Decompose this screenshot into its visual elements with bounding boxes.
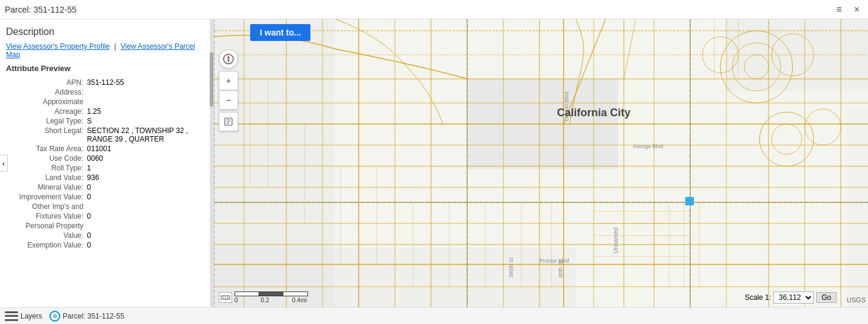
scale-bar-area: 0 0.2 0.4mi (219, 291, 308, 304)
attr-label: Other Imp's and (6, 202, 86, 211)
scale-bar: 0 0.2 0.4mi (234, 291, 308, 304)
attribute-row: Roll Type:1 (6, 163, 207, 173)
description-title: Description (6, 26, 207, 37)
svg-text:Proctor Blvd: Proctor Blvd (539, 258, 569, 264)
attr-value (86, 221, 207, 231)
i-want-to-button[interactable]: I want to... (250, 24, 310, 41)
parcel-title: Parcel: 351-112-55 (5, 5, 828, 14)
attribute-row: Short Legal:SECTION 22 , TOWNSHIP 32 ,RA… (6, 126, 207, 144)
attr-label: Exemption Value: (6, 240, 86, 250)
attr-value: 0 (86, 211, 207, 221)
parcel-search-icon: ⊕ (49, 311, 60, 322)
scroll-track (210, 19, 213, 307)
zoom-in-button[interactable]: + (219, 71, 238, 90)
compass-icon (223, 54, 234, 64)
attribute-row: Approximate (6, 97, 207, 107)
app-container: Parcel: 351-112-55 ≡ × ‹ Description Vie… (0, 0, 868, 324)
map-area[interactable]: Lincoln Blvd 90th St 385th St Unnamed Ge… (214, 19, 868, 307)
attr-label: Legal Type: (6, 116, 86, 126)
scale-select[interactable]: 36,112 18,056 9,028 4,514 (773, 291, 814, 304)
parcel-icon-inner: ⊕ (52, 313, 57, 319)
svg-rect-4 (847, 109, 868, 307)
panel-scroll[interactable]: Description View Assessor's Property Pro… (0, 19, 213, 307)
close-button[interactable]: × (851, 3, 863, 16)
attribute-row: Legal Type:S (6, 116, 207, 126)
left-panel: ‹ Description View Assessor's Property P… (0, 19, 214, 307)
scale-04: 0.4mi (292, 297, 307, 304)
attribute-row: Value:0 (6, 231, 207, 240)
content-area: ‹ Description View Assessor's Property P… (0, 19, 868, 307)
svg-rect-3 (726, 19, 868, 91)
attr-value: 0 (86, 192, 207, 202)
map-svg: Lincoln Blvd 90th St 385th St Unnamed Ge… (214, 19, 868, 307)
layers-button[interactable]: Layers (5, 311, 42, 321)
top-bar: Parcel: 351-112-55 ≡ × (0, 0, 868, 19)
zoom-out-button[interactable]: − (219, 90, 238, 110)
attr-value: SECTION 22 , TOWNSHIP 32 ,RANGE 39 , QUA… (86, 126, 207, 144)
attr-value: 1 (86, 163, 207, 173)
compass-button[interactable] (219, 49, 238, 69)
scale-icon-svg (221, 294, 230, 301)
attr-value: S (86, 116, 207, 126)
svg-text:385th St: 385th St (508, 257, 514, 278)
attr-label: Value: (6, 231, 86, 240)
layers-line-1 (5, 311, 18, 313)
attr-label: Fixtures Value: (6, 211, 86, 221)
go-button[interactable]: Go (816, 292, 837, 303)
attr-label: Address: (6, 87, 86, 97)
scroll-thumb (210, 52, 213, 107)
attr-value: 0 (86, 182, 207, 192)
attr-value (86, 87, 207, 97)
scale-label: Scale 1: (745, 293, 771, 302)
attr-value: 0 (86, 231, 207, 240)
scale-icon[interactable] (219, 292, 232, 303)
attr-label: Short Legal: (6, 126, 86, 144)
scale-02: 0.2 (261, 297, 269, 304)
attr-value (86, 97, 207, 107)
separator: | (114, 42, 116, 51)
parcel-tag[interactable]: ⊕ Parcel: 351-112-55 (49, 311, 124, 322)
svg-text:Unnamed: Unnamed (612, 228, 619, 254)
attr-value: 1.25 (86, 107, 207, 116)
panel-back-arrow[interactable]: ‹ (0, 155, 8, 172)
attribute-preview-title: Attribute Preview (6, 64, 207, 73)
attribute-row: Address: (6, 87, 207, 97)
attribute-row: Fixtures Value:0 (6, 211, 207, 221)
book-icon (224, 117, 233, 126)
legend-button[interactable] (219, 112, 238, 131)
scale-0: 0 (234, 297, 238, 304)
svg-rect-64 (685, 197, 694, 205)
layers-line-2 (5, 315, 18, 317)
attr-label: Use Code: (6, 154, 86, 163)
menu-button[interactable]: ≡ (832, 3, 845, 16)
attribute-row: Improvement Value:0 (6, 192, 207, 202)
attribute-row: Acreage:1.25 (6, 107, 207, 116)
svg-marker-97 (227, 59, 230, 63)
attr-label: APN: (6, 78, 86, 87)
svg-text:California City: California City (557, 107, 631, 119)
svg-marker-96 (227, 55, 230, 59)
usgs-label: USGS (847, 296, 866, 304)
attr-label: Land Value: (6, 173, 86, 182)
attr-value: 0060 (86, 154, 207, 163)
back-icon: ‹ (2, 159, 5, 168)
attr-value: 011001 (86, 144, 207, 154)
attr-value: 351-112-55 (86, 78, 207, 87)
svg-text:George Blvd: George Blvd (633, 143, 663, 149)
attribute-row: Mineral Value:0 (6, 182, 207, 192)
layers-icon (5, 311, 18, 321)
attribute-row: Exemption Value:0 (6, 240, 207, 250)
attr-label: Personal Property (6, 221, 86, 231)
attr-label: Roll Type: (6, 163, 86, 173)
attr-label: Tax Rate Area: (6, 144, 86, 154)
attribute-row-personal-property: Personal Property (6, 221, 207, 231)
attr-label: Approximate (6, 97, 86, 107)
layers-label: Layers (20, 312, 42, 320)
view-profile-link[interactable]: View Assessor's Property Profile (6, 42, 110, 51)
attr-value: 0 (86, 240, 207, 250)
scale-selector: Scale 1: 36,112 18,056 9,028 4,514 Go (745, 291, 837, 304)
bottom-bar: Layers ⊕ Parcel: 351-112-55 (0, 307, 868, 324)
attribute-table: APN:351-112-55Address:ApproximateAcreage… (6, 78, 207, 250)
layers-line-3 (5, 319, 18, 321)
attr-label: Acreage: (6, 107, 86, 116)
